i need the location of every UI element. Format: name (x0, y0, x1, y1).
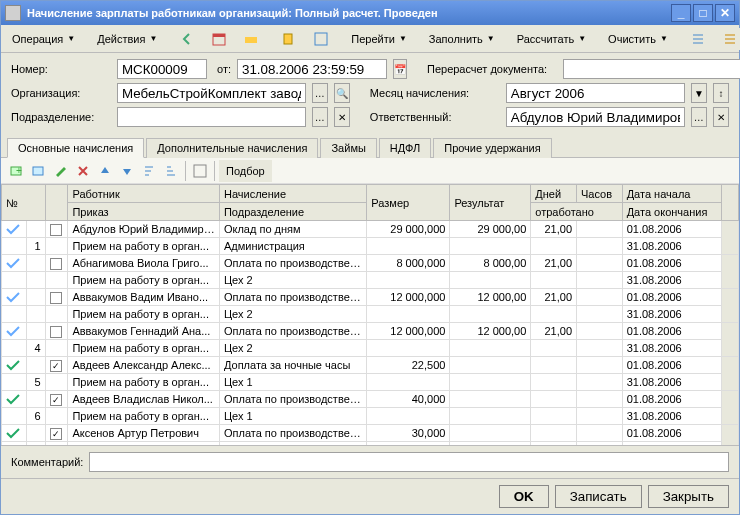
cell-size[interactable]: 12 000,000 (367, 289, 450, 306)
cell-start[interactable]: 01.08.2006 (622, 391, 722, 408)
selection-button[interactable]: Подбор (219, 160, 272, 182)
save-button[interactable]: Записать (555, 485, 642, 508)
cell-worker[interactable]: Абдулов Юрий Владимиро... (68, 221, 220, 238)
copy-button[interactable] (274, 28, 304, 50)
cell-end[interactable]: 31.08.2006 (622, 408, 722, 425)
sort-asc-button[interactable] (139, 161, 159, 181)
cell-order[interactable]: Прием на работу в орган... (68, 374, 220, 391)
table-row[interactable]: Прием на работу в орган...Цех 231.08.200… (2, 272, 739, 289)
cell-worker[interactable]: Авдеев Александр Алекс... (68, 357, 220, 374)
resp-field[interactable] (506, 107, 685, 127)
row-checkbox[interactable] (50, 224, 62, 236)
list-settings-button[interactable] (683, 28, 713, 50)
cell-result[interactable]: 29 000,00 (450, 221, 531, 238)
nav-back-button[interactable] (172, 28, 202, 50)
cell-end[interactable]: 31.08.2006 (622, 306, 722, 323)
col-start[interactable]: Дата начала (622, 185, 722, 203)
cell-hours[interactable] (577, 221, 623, 238)
table-row[interactable]: 4Прием на работу в орган...Цех 231.08.20… (2, 340, 739, 357)
cell-end[interactable]: 31.08.2006 (622, 340, 722, 357)
cell-end[interactable]: 31.08.2006 (622, 238, 722, 255)
cell-days[interactable]: 21,00 (531, 323, 577, 340)
goto-menu[interactable]: Перейти▼ (344, 28, 414, 50)
cell-hours[interactable] (577, 391, 623, 408)
close-form-button[interactable]: Закрыть (648, 485, 729, 508)
table-row[interactable]: Аввакумов Вадим Ивано...Оплата по произв… (2, 289, 739, 306)
cell-accrual[interactable]: Оклад по дням (219, 221, 366, 238)
cell-hours[interactable] (577, 323, 623, 340)
table-row[interactable]: Абдулов Юрий Владимиро...Оклад по дням29… (2, 221, 739, 238)
operation-menu[interactable]: Операция▼ (5, 28, 82, 50)
move-down-button[interactable] (117, 161, 137, 181)
resp-select-button[interactable]: … (691, 107, 707, 127)
cell-result[interactable]: 12 000,00 (450, 323, 531, 340)
cell-worker[interactable]: Аввакумов Геннадий Ана... (68, 323, 220, 340)
cell-hours[interactable] (577, 289, 623, 306)
cell-accrual[interactable]: Оплата по производствен... (219, 289, 366, 306)
table-row[interactable]: 5Прием на работу в орган...Цех 131.08.20… (2, 374, 739, 391)
minimize-button[interactable]: _ (671, 4, 691, 22)
cell-result[interactable] (450, 425, 531, 442)
table-row[interactable]: Прием на работу в орган...Цех 231.08.200… (2, 306, 739, 323)
cell-size[interactable]: 30,000 (367, 425, 450, 442)
move-up-button[interactable] (95, 161, 115, 181)
cell-order[interactable]: Прием на работу в орган... (68, 272, 220, 289)
month-step-button[interactable]: ↕ (713, 83, 729, 103)
calendar-button[interactable] (204, 28, 234, 50)
actions-menu[interactable]: Действия▼ (90, 28, 164, 50)
cell-hours[interactable] (577, 255, 623, 272)
table-row[interactable]: 1Прием на работу в орган...Администрация… (2, 238, 739, 255)
cell-end[interactable]: 31.08.2006 (622, 374, 722, 391)
edit-row-button[interactable] (51, 161, 71, 181)
cell-dept[interactable]: Цех 2 (219, 306, 366, 323)
register-button[interactable] (306, 28, 336, 50)
dept-clear-button[interactable]: ✕ (334, 107, 350, 127)
cell-order[interactable]: Прием на работу в орган... (68, 238, 220, 255)
cell-days[interactable] (531, 391, 577, 408)
cell-start[interactable]: 01.08.2006 (622, 357, 722, 374)
row-checkbox[interactable] (50, 258, 62, 270)
calculate-menu[interactable]: Рассчитать▼ (510, 28, 593, 50)
cell-size[interactable]: 12 000,000 (367, 323, 450, 340)
org-field[interactable] (117, 83, 306, 103)
row-checkbox[interactable]: ✓ (50, 428, 62, 440)
tab-additional-accruals[interactable]: Дополнительные начисления (146, 138, 318, 158)
cell-days[interactable] (531, 425, 577, 442)
table-row[interactable]: ✓Авдеев Александр Алекс...Доплата за ноч… (2, 357, 739, 374)
org-open-button[interactable]: 🔍 (334, 83, 350, 103)
cell-start[interactable]: 01.08.2006 (622, 323, 722, 340)
table-row[interactable]: ✓Аксенов Артур ПетровичОплата по произво… (2, 425, 739, 442)
comment-field[interactable] (89, 452, 729, 472)
ok-button[interactable]: OK (499, 485, 549, 508)
refresh-button[interactable] (190, 161, 210, 181)
cell-accrual[interactable]: Оплата по производствен... (219, 391, 366, 408)
cell-size[interactable]: 29 000,000 (367, 221, 450, 238)
cell-dept[interactable]: Цех 2 (219, 272, 366, 289)
cell-worker[interactable]: Абнагимова Виола Григо... (68, 255, 220, 272)
cell-dept[interactable]: Цех 1 (219, 408, 366, 425)
dept-field[interactable] (117, 107, 306, 127)
col-num[interactable]: № (2, 185, 46, 221)
row-checkbox[interactable] (50, 292, 62, 304)
cell-end[interactable] (622, 442, 722, 446)
cell-days[interactable]: 21,00 (531, 289, 577, 306)
col-accrual[interactable]: Начисление (219, 185, 366, 203)
col-hours[interactable]: Часов (577, 185, 623, 203)
cell-start[interactable]: 01.08.2006 (622, 425, 722, 442)
cell-result[interactable]: 12 000,00 (450, 289, 531, 306)
cell-size[interactable]: 8 000,000 (367, 255, 450, 272)
tab-other-deductions[interactable]: Прочие удержания (433, 138, 551, 158)
cell-days[interactable]: 21,00 (531, 221, 577, 238)
col-dept[interactable]: Подразделение (219, 203, 366, 221)
cell-worker[interactable]: Аксенов Артур Петрович (68, 425, 220, 442)
cell-accrual[interactable]: Оплата по производствен... (219, 323, 366, 340)
col-days[interactable]: Дней (531, 185, 577, 203)
date-picker-button[interactable]: 📅 (393, 59, 407, 79)
tab-loans[interactable]: Займы (320, 138, 376, 158)
clone-row-button[interactable] (29, 161, 49, 181)
cell-hours[interactable] (577, 425, 623, 442)
cell-order[interactable]: Прием на работу в орган... (68, 340, 220, 357)
dept-select-button[interactable]: … (312, 107, 328, 127)
table-row[interactable]: Аввакумов Геннадий Ана...Оплата по произ… (2, 323, 739, 340)
table-row[interactable]: 6Прием на работу в орган...Цех 131.08.20… (2, 408, 739, 425)
